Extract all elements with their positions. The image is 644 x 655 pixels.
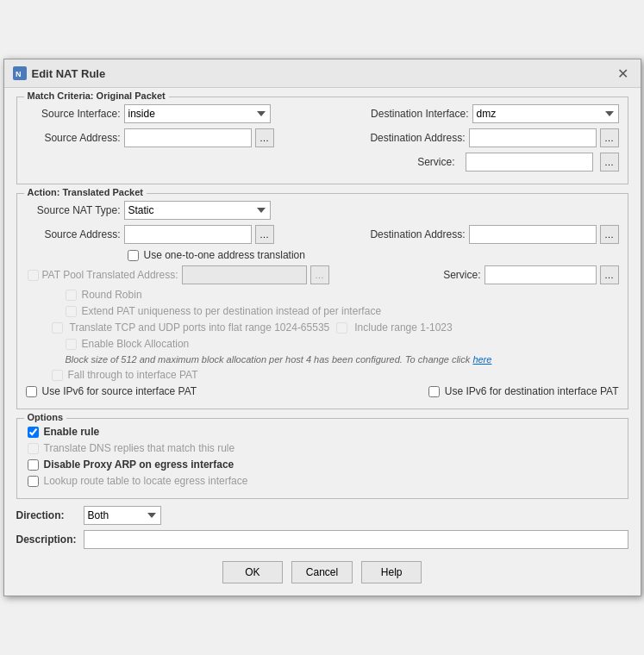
ipv6-dest-checkbox[interactable] — [428, 386, 440, 397]
nat-type-group: Source NAT Type: Static — [26, 201, 271, 220]
translate-tcp-label: Translate TCP and UDP ports into flat ra… — [70, 321, 330, 334]
action-service-browse-btn[interactable]: … — [600, 265, 619, 284]
fall-through-row: Fall through to interface PAT — [26, 369, 619, 381]
disable-proxy-arp-checkbox[interactable] — [28, 459, 39, 471]
pat-pool-row: PAT Pool Translated Address: … Service: … — [26, 265, 619, 284]
options-label: Options — [24, 412, 67, 422]
match-criteria-label: Match Criteria: Original Packet — [24, 90, 169, 101]
translate-dns-checkbox[interactable] — [28, 443, 39, 454]
action-dest-address-input[interactable]: obj-10.10.10.100 — [469, 225, 597, 244]
ipv6-dest-label: Use IPv6 for destination interface PAT — [445, 385, 619, 397]
block-info-link[interactable]: here — [472, 354, 491, 365]
source-dest-address-row: Source Address: obj-172.16.2.10 … Destin… — [26, 128, 619, 147]
round-robin-label: Round Robin — [82, 289, 142, 301]
one-to-one-label: Use one-to-one address translation — [144, 249, 305, 261]
translate-tcp-checkbox[interactable] — [52, 322, 63, 334]
pat-pool-checkbox[interactable] — [28, 270, 39, 281]
action-dest-browse-btn[interactable]: … — [600, 225, 619, 244]
include-range-label: Include range 1-1023 — [354, 321, 452, 334]
ipv6-source-checkbox[interactable] — [26, 386, 37, 397]
extend-pat-checkbox[interactable] — [66, 306, 77, 317]
extend-pat-label: Extend PAT uniqueness to per destination… — [82, 305, 382, 317]
pat-pool-browse-btn[interactable]: … — [310, 265, 329, 284]
dialog-icon: N — [13, 66, 27, 80]
action-addresses-row: Source Address: dmz … Destination Addres… — [26, 225, 619, 244]
source-dest-interface-row: Source Interface: inside Destination Int… — [26, 104, 619, 123]
include-range-checkbox[interactable] — [336, 322, 347, 334]
description-label: Description: — [16, 533, 77, 546]
action-dest-address-label: Destination Address: — [370, 228, 465, 240]
enable-rule-label: Enable rule — [44, 426, 100, 438]
dest-interface-select[interactable]: dmz — [472, 104, 619, 123]
dest-interface-label: Destination Interface: — [371, 108, 468, 120]
action-section: Action: Translated Packet Source NAT Typ… — [16, 193, 628, 409]
ipv6-row: Use IPv6 for source interface PAT Use IP… — [26, 385, 619, 397]
disable-proxy-arp-row: Disable Proxy ARP on egress interface — [26, 458, 619, 471]
service-browse-btn[interactable]: … — [600, 153, 619, 172]
ok-button[interactable]: OK — [222, 561, 283, 583]
direction-select[interactable]: Both Input Output — [84, 506, 161, 525]
fall-through-label: Fall through to interface PAT — [68, 369, 198, 381]
dest-interface-group: Destination Interface: dmz — [371, 104, 618, 123]
source-address-label: Source Address: — [26, 132, 121, 144]
direction-row: Direction: Both Input Output — [16, 506, 628, 525]
enable-rule-checkbox[interactable] — [28, 427, 39, 438]
lookup-route-label: Lookup route table to locate egress inte… — [44, 475, 248, 487]
source-address-input[interactable]: obj-172.16.2.10 — [124, 128, 252, 147]
title-bar: N Edit NAT Rule ✕ — [4, 59, 641, 88]
svg-text:N: N — [16, 70, 22, 78]
edit-nat-rule-dialog: N Edit NAT Rule ✕ Match Criteria: Origin… — [3, 59, 641, 596]
pat-pool-input[interactable] — [182, 265, 307, 284]
action-source-address-label: Source Address: — [26, 228, 121, 240]
source-interface-label: Source Interface: — [26, 108, 121, 120]
round-robin-checkbox[interactable] — [66, 290, 77, 301]
source-address-browse-btn[interactable]: … — [255, 128, 274, 147]
ipv6-source-group: Use IPv6 for source interface PAT — [26, 385, 197, 397]
dest-address-match-input[interactable]: obj-101.1.1.3 — [469, 128, 597, 147]
action-label: Action: Translated Packet — [24, 187, 147, 197]
lookup-route-row: Lookup route table to locate egress inte… — [26, 475, 619, 487]
service-row: Service: any … — [26, 153, 619, 172]
dest-address-group: Destination Address: obj-101.1.1.3 … — [370, 128, 618, 147]
dest-address-match-browse-btn[interactable]: … — [600, 128, 619, 147]
help-button[interactable]: Help — [361, 561, 422, 583]
service-label: Service: — [417, 156, 454, 168]
description-input[interactable] — [84, 530, 628, 549]
dest-address-match-label: Destination Address: — [370, 132, 465, 144]
enable-block-row: Enable Block Allocation — [26, 338, 619, 350]
match-criteria-section: Match Criteria: Original Packet Source I… — [16, 97, 628, 184]
one-to-one-row: Use one-to-one address translation — [126, 249, 619, 261]
one-to-one-checkbox[interactable] — [128, 250, 139, 261]
action-service-input[interactable]: -- Original -- — [485, 265, 597, 284]
enable-block-label: Enable Block Allocation — [82, 338, 190, 350]
description-row: Description: — [16, 530, 628, 549]
enable-block-checkbox[interactable] — [66, 339, 77, 350]
cancel-button[interactable]: Cancel — [291, 561, 353, 583]
translate-dns-label: Translate DNS replies that match this ru… — [44, 442, 235, 454]
source-interface-select[interactable]: inside — [124, 104, 271, 123]
disable-proxy-arp-label: Disable Proxy ARP on egress interface — [44, 458, 234, 471]
options-section: Options Enable rule Translate DNS replie… — [16, 418, 628, 499]
dialog-body: Match Criteria: Original Packet Source I… — [4, 88, 641, 596]
action-dest-address-group: Destination Address: obj-10.10.10.100 … — [370, 225, 618, 244]
nat-type-select[interactable]: Static — [124, 201, 271, 220]
block-info-row: Block size of 512 and maximum block allo… — [26, 354, 619, 365]
direction-label: Direction: — [16, 509, 77, 521]
round-robin-row: Round Robin — [26, 289, 619, 301]
pat-pool-label: PAT Pool Translated Address: — [42, 269, 178, 281]
translate-dns-row: Translate DNS replies that match this ru… — [26, 442, 619, 454]
service-input[interactable]: any — [466, 153, 593, 172]
title-bar-left: N Edit NAT Rule — [13, 66, 106, 80]
action-service-label: Service: — [443, 269, 480, 281]
button-row: OK Cancel Help — [16, 554, 628, 587]
nat-type-label: Source NAT Type: — [26, 204, 121, 216]
lookup-route-checkbox[interactable] — [28, 476, 39, 487]
fall-through-checkbox[interactable] — [52, 370, 63, 381]
close-button[interactable]: ✕ — [615, 65, 632, 82]
action-source-browse-btn[interactable]: … — [255, 225, 274, 244]
nat-type-row: Source NAT Type: Static — [26, 201, 619, 220]
source-address-group: Source Address: obj-172.16.2.10 … — [26, 128, 274, 147]
action-source-address-group: Source Address: dmz … — [26, 225, 274, 244]
action-source-address-input[interactable]: dmz — [124, 225, 252, 244]
extend-pat-row: Extend PAT uniqueness to per destination… — [26, 305, 619, 317]
